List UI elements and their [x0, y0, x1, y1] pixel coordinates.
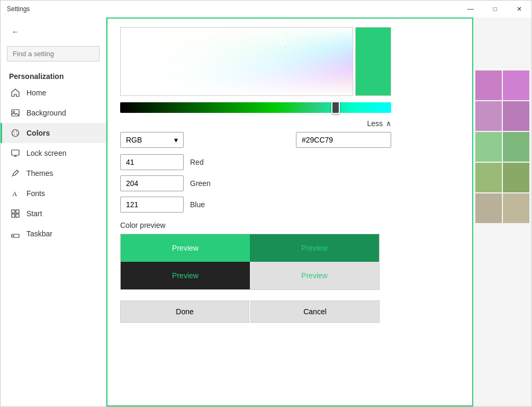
maximize-button[interactable]: □ — [483, 1, 507, 17]
svg-rect-10 — [16, 210, 19, 213]
swatch-2[interactable] — [475, 101, 502, 131]
sidebar-item-fonts[interactable]: A Fonts — [1, 183, 106, 204]
image-icon — [11, 108, 20, 118]
red-channel-row: Red — [120, 154, 459, 170]
svg-rect-11 — [12, 214, 15, 217]
sidebar-item-themes[interactable]: Themes — [1, 163, 106, 183]
brush-icon — [11, 169, 20, 178]
sidebar-item-taskbar[interactable]: Taskbar — [1, 224, 106, 244]
sidebar-item-home[interactable]: Home — [1, 83, 106, 103]
blue-label: Blue — [190, 200, 205, 209]
svg-rect-12 — [16, 214, 19, 217]
home-icon — [11, 88, 20, 98]
search-input[interactable] — [7, 46, 100, 61]
content-area: ← Personalization Home — [1, 17, 531, 406]
svg-point-5 — [16, 134, 17, 135]
svg-rect-0 — [12, 110, 19, 116]
svg-point-2 — [12, 130, 19, 137]
main-content: Less ∧ RGB ▾ Red Green — [106, 17, 473, 406]
colors-label: Colors — [26, 129, 50, 137]
sidebar: ← Personalization Home — [1, 17, 106, 406]
blue-channel-row: Blue — [120, 197, 459, 213]
color-preview-section: Color preview Preview Preview Preview Pr… — [120, 221, 459, 290]
fonts-label: Fonts — [26, 189, 45, 198]
color-picker-area — [120, 27, 459, 96]
swatch-8[interactable] — [475, 193, 502, 223]
less-label: Less — [367, 119, 383, 128]
sidebar-item-start[interactable]: Start — [1, 204, 106, 224]
section-label: Personalization — [1, 66, 106, 83]
monitor-icon — [11, 148, 20, 158]
swatch-1[interactable] — [503, 70, 529, 100]
grid-icon — [11, 209, 20, 218]
svg-point-4 — [16, 131, 17, 132]
color-preview-block — [355, 27, 391, 96]
lockscreen-label: Lock screen — [26, 149, 66, 157]
palette-icon — [11, 128, 20, 138]
preview-cell-4: Preview — [250, 262, 379, 289]
swatch-0[interactable] — [475, 70, 502, 100]
gradient-canvas[interactable] — [120, 27, 353, 96]
start-label: Start — [26, 209, 42, 218]
preview-cell-3: Preview — [121, 262, 250, 289]
svg-text:A: A — [12, 190, 17, 198]
done-button[interactable]: Done — [120, 300, 249, 323]
svg-point-1 — [13, 111, 15, 113]
preview-label-3: Preview — [172, 271, 199, 280]
swatch-4[interactable] — [475, 132, 502, 162]
preview-label-1: Preview — [172, 244, 199, 252]
swatch-3[interactable] — [503, 101, 529, 131]
crosshair — [279, 38, 286, 45]
title-bar-left: Settings — [7, 5, 30, 13]
svg-point-3 — [13, 131, 14, 132]
svg-rect-14 — [13, 235, 14, 236]
back-button[interactable]: ← — [1, 22, 106, 42]
background-label: Background — [26, 109, 66, 117]
swatch-5[interactable] — [503, 132, 529, 162]
minimize-button[interactable]: — — [458, 1, 483, 17]
settings-window: Settings — □ ✕ ← Personalization — [0, 0, 532, 407]
taskbar-label: Taskbar — [26, 229, 52, 238]
hue-slider-container — [120, 102, 391, 113]
svg-point-6 — [14, 134, 15, 135]
preview-grid: Preview Preview Preview Preview — [120, 234, 380, 290]
hue-thumb[interactable] — [331, 101, 340, 114]
swatch-6[interactable] — [475, 163, 502, 192]
svg-rect-9 — [12, 210, 15, 213]
font-icon: A — [11, 189, 20, 198]
controls-row: RGB ▾ — [120, 132, 391, 148]
green-input[interactable] — [120, 175, 184, 191]
chevron-up-icon: ∧ — [386, 119, 391, 128]
red-input[interactable] — [120, 154, 184, 170]
less-button[interactable]: Less ∧ — [120, 119, 391, 128]
sidebar-item-lockscreen[interactable]: Lock screen — [1, 143, 106, 163]
svg-rect-7 — [12, 150, 19, 155]
hue-slider[interactable] — [120, 102, 391, 113]
taskbar-icon — [11, 229, 20, 238]
green-label: Green — [190, 179, 211, 188]
gradient-wrapper — [120, 27, 353, 96]
bottom-buttons: Done Cancel — [120, 300, 380, 323]
title-bar: Settings — □ ✕ — [1, 1, 531, 17]
close-button[interactable]: ✕ — [507, 1, 531, 17]
swatch-7[interactable] — [503, 163, 529, 192]
preview-label-2: Preview — [301, 244, 328, 252]
sidebar-item-colors[interactable]: Colors — [1, 123, 106, 143]
sidebar-item-background[interactable]: Background — [1, 103, 106, 123]
back-icon: ← — [11, 27, 20, 37]
swatch-9[interactable] — [503, 193, 529, 223]
cancel-button[interactable]: Cancel — [250, 300, 380, 323]
preview-cell-1: Preview — [121, 234, 250, 262]
window-title: Settings — [7, 5, 30, 13]
swatch-panel — [473, 17, 531, 406]
dropdown-arrow-icon: ▾ — [174, 136, 178, 144]
blue-input[interactable] — [120, 197, 184, 213]
red-label: Red — [190, 158, 204, 166]
title-controls: — □ ✕ — [458, 1, 531, 17]
color-model-value: RGB — [126, 136, 142, 144]
color-model-dropdown[interactable]: RGB ▾ — [120, 132, 184, 148]
preview-label-4: Preview — [301, 271, 328, 280]
hex-input[interactable] — [296, 132, 391, 148]
themes-label: Themes — [26, 169, 53, 178]
green-channel-row: Green — [120, 175, 459, 191]
